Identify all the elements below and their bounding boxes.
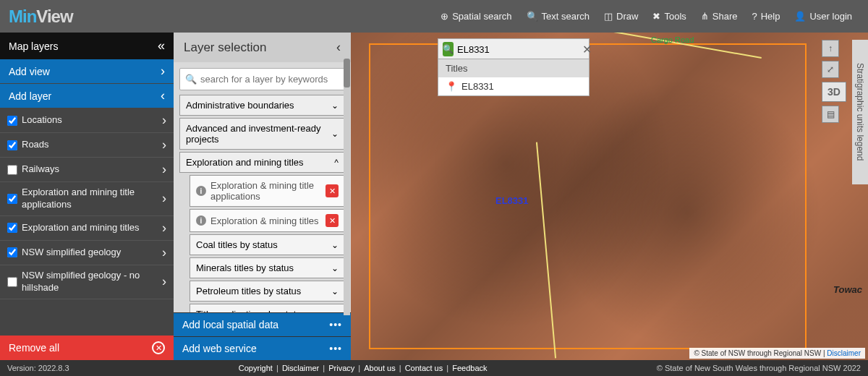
- footer-link[interactable]: Feedback: [451, 364, 488, 372]
- topbar-icon: 🔍: [527, 11, 538, 22]
- category-projects[interactable]: Advanced and investment-ready projects: [179, 118, 345, 150]
- sidebar-map-layers: Map layers Add view Add layer LocationsR…: [0, 33, 174, 360]
- layer-checkbox[interactable]: [7, 247, 17, 257]
- layer-checkbox[interactable]: [7, 140, 17, 150]
- category-titles[interactable]: Exploration and mining titles: [179, 152, 345, 173]
- chevron-right-icon: [162, 221, 166, 236]
- layer-row[interactable]: NSW simplified geology - no hillshade: [0, 265, 174, 299]
- topbar-label: Help: [761, 11, 780, 22]
- layer-row[interactable]: Roads: [0, 133, 174, 158]
- topbar-label: Tools: [664, 11, 686, 22]
- layer-checkbox[interactable]: [7, 116, 17, 126]
- layer-row[interactable]: NSW simplified geology: [0, 241, 174, 265]
- chevron-down-icon: [331, 286, 339, 296]
- search-dropdown: Titles 📍EL8331: [438, 59, 590, 96]
- chevron-right-icon: [162, 137, 166, 153]
- layer-selection-header[interactable]: Layer selection: [174, 33, 351, 62]
- logo-pre: Min: [9, 7, 36, 26]
- chevron-down-icon: [331, 240, 339, 250]
- layer-label: NSW simplified geology: [22, 247, 158, 259]
- subcategory[interactable]: Minerals titles by status: [190, 257, 345, 278]
- subcategory[interactable]: Title applications by status or mineral …: [190, 304, 345, 312]
- footer-link[interactable]: Disclaimer: [281, 364, 320, 372]
- footer-link[interactable]: Privacy: [327, 364, 356, 372]
- remove-layer-icon[interactable]: ✕: [326, 214, 339, 227]
- topbar-item[interactable]: ✖Tools: [645, 11, 693, 22]
- close-icon: ✕: [152, 341, 165, 354]
- add-layer-label: Add layer: [9, 90, 51, 102]
- add-layer-button[interactable]: Add layer: [0, 84, 174, 108]
- pin-icon: 📍: [446, 81, 457, 92]
- subcategory[interactable]: Coal titles by status: [190, 234, 345, 255]
- scrollbar[interactable]: [344, 59, 350, 315]
- town-label: Towac: [833, 284, 862, 295]
- layer-row[interactable]: Railways: [0, 158, 174, 182]
- category-admin[interactable]: Administrative boundaries: [179, 95, 345, 116]
- chevron-right-icon: [162, 162, 166, 177]
- dropdown-item[interactable]: 📍EL8331: [438, 77, 589, 95]
- footer-link[interactable]: Copyright: [237, 364, 274, 372]
- layer-label: NSW simplified geology - no hillshade: [22, 270, 158, 294]
- chevron-down-icon: [331, 101, 339, 111]
- footer-link[interactable]: About us: [362, 364, 396, 372]
- map-canvas[interactable]: Cargo Road EL8331 Towac 🔍 ✕ Titles 📍EL83…: [351, 33, 868, 360]
- add-view-label: Add view: [9, 66, 50, 77]
- remove-layer-icon[interactable]: ✕: [326, 184, 339, 197]
- layer-search-input[interactable]: [179, 68, 345, 90]
- topbar-item[interactable]: ◫Draw: [597, 11, 645, 22]
- toggle-3d-button[interactable]: 3D: [822, 82, 846, 102]
- topbar-item[interactable]: ⋔Share: [694, 11, 745, 22]
- chevron-left-icon: [336, 40, 341, 55]
- copyright: © State of New South Wales through Regio…: [657, 364, 861, 372]
- map-layers-title: Map layers: [9, 40, 58, 52]
- footer-links: Copyright | Disclaimer | Privacy | About…: [69, 364, 657, 372]
- layer-row[interactable]: Locations: [0, 108, 174, 133]
- layer-label: Roads: [22, 139, 158, 151]
- map-tools: ↑ ⤢ 3D ▤: [822, 40, 846, 123]
- add-web-service-button[interactable]: Add web service: [174, 336, 351, 360]
- collapse-icon: [158, 38, 165, 54]
- active-layer-row[interactable]: iExploration & mining title applications…: [190, 175, 345, 207]
- remove-all-label: Remove all: [9, 342, 59, 354]
- layer-row[interactable]: Exploration and mining title application…: [0, 182, 174, 216]
- search-submit-icon[interactable]: 🔍: [443, 42, 454, 56]
- layer-label: Locations: [22, 114, 158, 127]
- add-local-data-button[interactable]: Add local spatial data: [174, 312, 351, 336]
- layer-checkbox[interactable]: [7, 277, 17, 287]
- topbar-icon: ⋔: [701, 11, 709, 22]
- active-layer-row[interactable]: iExploration & mining titles✕: [190, 209, 345, 232]
- layer-checkbox[interactable]: [7, 223, 17, 233]
- info-icon: i: [196, 186, 206, 196]
- map-layers-header[interactable]: Map layers: [0, 33, 174, 59]
- map-search-box: 🔍 ✕: [438, 38, 590, 60]
- add-view-button[interactable]: Add view: [0, 59, 174, 84]
- basemap-icon[interactable]: ▤: [822, 106, 839, 123]
- layer-checkbox[interactable]: [7, 165, 17, 175]
- topbar-label: Share: [712, 11, 738, 22]
- search-icon: 🔍: [185, 74, 197, 85]
- north-arrow-icon[interactable]: ↑: [822, 40, 839, 57]
- topbar-item[interactable]: ⊕Spatial search: [433, 11, 519, 22]
- topbar-item[interactable]: 👤User login: [787, 11, 859, 22]
- clear-search-icon[interactable]: ✕: [582, 43, 592, 56]
- topbar-item[interactable]: 🔍Text search: [519, 11, 597, 22]
- footer-link[interactable]: Contact us: [404, 364, 445, 372]
- remove-all-button[interactable]: Remove all ✕: [0, 336, 174, 360]
- layer-row[interactable]: Exploration and mining titles: [0, 216, 174, 241]
- fullscreen-icon[interactable]: ⤢: [822, 61, 839, 78]
- chevron-up-icon: [334, 158, 339, 168]
- version-label: Version: 2022.8.3: [7, 364, 69, 372]
- topbar-item[interactable]: ?Help: [744, 11, 787, 22]
- subcategory[interactable]: Petroleum titles by status: [190, 281, 345, 302]
- topbar-icon: ?: [752, 11, 757, 22]
- legend-tab[interactable]: Stratigraphic units legend: [852, 40, 868, 184]
- topbar-label: Spatial search: [452, 11, 511, 22]
- chevron-down-icon: [331, 263, 339, 273]
- map-search-input[interactable]: [457, 44, 579, 55]
- info-icon: i: [196, 215, 206, 226]
- chevron-right-icon: [162, 245, 166, 260]
- disclaimer-link[interactable]: Disclaimer: [827, 349, 861, 357]
- layer-checkbox[interactable]: [7, 194, 17, 204]
- chevron-right-icon: [161, 64, 165, 79]
- topbar-icon: ⊕: [441, 11, 448, 22]
